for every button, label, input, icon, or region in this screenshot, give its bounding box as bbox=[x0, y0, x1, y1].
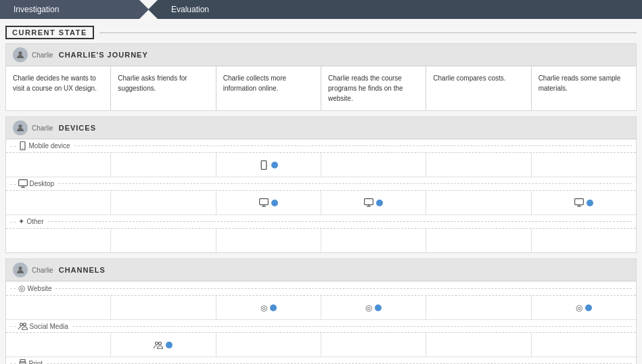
journey-section: Charlie CHARLIE'S JOURNEY Charlie decide… bbox=[5, 43, 637, 111]
social-cell-5 bbox=[532, 333, 636, 357]
social-cell-4 bbox=[426, 333, 531, 357]
device-row-desktop-cells bbox=[6, 191, 636, 215]
blue-dot-desktop-5 bbox=[587, 200, 593, 206]
nav-bar: Investigation Evaluation bbox=[0, 0, 642, 19]
other-cell-5 bbox=[532, 229, 636, 252]
channels-section: Charlie CHANNELS - - ◎ Website ◎ ◎ ◎ - -… bbox=[5, 258, 637, 364]
blue-dot-desktop-2 bbox=[271, 200, 278, 206]
mobile-icon bbox=[18, 141, 27, 150]
svg-point-18 bbox=[20, 323, 22, 326]
svg-rect-5 bbox=[18, 180, 27, 186]
blue-dot-desktop-3 bbox=[376, 200, 383, 206]
person-icon-channels bbox=[16, 265, 25, 275]
desktop-cell-4 bbox=[426, 191, 531, 214]
devices-title: DEVICES bbox=[59, 124, 96, 132]
devices-section: Charlie DEVICES - - Mobile device - - De… bbox=[5, 116, 637, 253]
channel-row-website-label: - - ◎ Website bbox=[6, 281, 636, 296]
desktop-cell-3 bbox=[321, 191, 426, 214]
other-cell-4 bbox=[426, 229, 531, 252]
other-cell-0 bbox=[6, 229, 111, 252]
blue-dot-social-1 bbox=[166, 342, 173, 348]
channel-row-website-cells: ◎ ◎ ◎ bbox=[6, 296, 636, 320]
nav-investigation-label: Investigation bbox=[14, 5, 59, 14]
journey-card-3: Charlie reads the course programs he fin… bbox=[321, 66, 426, 110]
website-cell-1 bbox=[111, 296, 216, 319]
nav-investigation[interactable]: Investigation bbox=[0, 0, 149, 19]
social-cell-0 bbox=[6, 333, 111, 357]
desktop-cell-1 bbox=[111, 191, 216, 214]
mobile-cell-0 bbox=[6, 153, 111, 177]
svg-rect-4 bbox=[261, 160, 267, 169]
dash-print: - - bbox=[10, 360, 16, 364]
people-icon bbox=[18, 322, 28, 330]
devices-avatar bbox=[13, 120, 28, 135]
nav-evaluation-label: Evaluation bbox=[171, 5, 209, 14]
svg-rect-8 bbox=[259, 199, 268, 205]
device-row-other-label: - - ✦ Other bbox=[6, 215, 636, 229]
desktop-icon bbox=[18, 179, 28, 188]
channels-persona: Charlie bbox=[32, 267, 53, 274]
desktop-cell-5 bbox=[532, 191, 636, 214]
devices-persona: Charlie bbox=[32, 124, 53, 132]
svg-point-0 bbox=[19, 51, 22, 55]
mobile-label: Mobile device bbox=[29, 142, 70, 150]
desktop-cell-icon-3 bbox=[364, 198, 373, 207]
current-state-box: CURRENT STATE bbox=[5, 26, 94, 39]
journey-card-2: Charlie collects more information online… bbox=[216, 66, 321, 110]
website-label: Website bbox=[28, 285, 52, 292]
svg-rect-14 bbox=[574, 199, 583, 205]
blue-dot-website-3 bbox=[375, 304, 382, 311]
dash-social: - - bbox=[10, 323, 16, 329]
other-cell-1 bbox=[111, 229, 216, 252]
channel-row-print-label: - - Print bbox=[6, 357, 636, 364]
other-icon: ✦ bbox=[18, 217, 24, 226]
mobile-cell-1 bbox=[111, 153, 216, 177]
social-cell-1 bbox=[111, 333, 216, 357]
current-state-bar: CURRENT STATE bbox=[5, 26, 637, 39]
globe-icon: ◎ bbox=[18, 283, 25, 293]
website-cell-3: ◎ bbox=[321, 296, 426, 319]
website-cell-2: ◎ bbox=[216, 296, 321, 319]
globe-cell-icon-5: ◎ bbox=[576, 303, 582, 313]
globe-cell-icon-2: ◎ bbox=[260, 303, 267, 313]
mobile-cell-3 bbox=[321, 153, 426, 177]
journey-card-1: Charlie asks friends for suggestions. bbox=[111, 66, 216, 110]
journey-header: Charlie CHARLIE'S JOURNEY bbox=[6, 44, 636, 66]
blue-dot-website-2 bbox=[270, 304, 277, 311]
social-label: Social Media bbox=[30, 323, 68, 330]
device-row-mobile-label: - - Mobile device bbox=[6, 139, 636, 153]
website-cell-4 bbox=[426, 296, 531, 319]
website-cell-0 bbox=[6, 296, 111, 319]
journey-persona: Charlie bbox=[32, 51, 53, 59]
globe-cell-icon-3: ◎ bbox=[365, 303, 372, 313]
channels-title: CHANNELS bbox=[59, 266, 106, 274]
mobile-cell-icon bbox=[259, 160, 269, 170]
social-cell-2 bbox=[216, 333, 321, 357]
website-cell-5: ◎ bbox=[532, 296, 636, 319]
desktop-cell-icon-2 bbox=[259, 198, 269, 207]
channel-row-social-label: - - Social Media bbox=[6, 320, 636, 333]
dash-mobile: - - bbox=[10, 143, 16, 150]
desktop-label: Desktop bbox=[30, 180, 55, 187]
current-state-line bbox=[99, 32, 637, 33]
person-icon bbox=[16, 50, 25, 60]
journey-card-0: Charlie decides he wants to visit a cour… bbox=[6, 66, 111, 110]
other-cell-3 bbox=[321, 229, 426, 252]
device-row-other-cells bbox=[6, 229, 636, 252]
print-icon bbox=[18, 359, 27, 364]
channels-avatar bbox=[13, 263, 28, 277]
social-cell-3 bbox=[321, 333, 426, 357]
svg-point-17 bbox=[19, 267, 22, 270]
other-cell-2 bbox=[216, 229, 321, 252]
svg-rect-11 bbox=[365, 199, 373, 205]
device-row-mobile-cells bbox=[6, 153, 636, 177]
channel-row-social-cells bbox=[6, 333, 636, 357]
dash-other: - - bbox=[10, 219, 16, 225]
mobile-cell-5 bbox=[532, 153, 636, 177]
mobile-cell-4 bbox=[426, 153, 531, 177]
svg-point-20 bbox=[156, 342, 158, 344]
nav-evaluation[interactable]: Evaluation bbox=[148, 0, 642, 19]
dash-website: - - bbox=[10, 285, 16, 292]
devices-header: Charlie DEVICES bbox=[6, 117, 636, 139]
blue-dot-mobile-2 bbox=[271, 162, 278, 168]
